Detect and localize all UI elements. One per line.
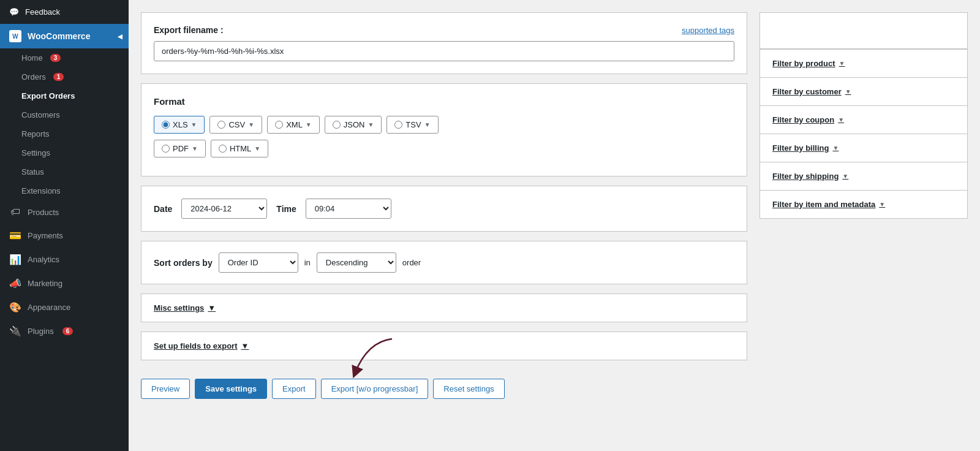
json-arrow-icon: ▼: [368, 121, 374, 128]
export-wo-progressbar-button[interactable]: Export [w/o progressbar]: [321, 379, 429, 399]
datetime-row: Date 2024-06-12 Time 09:04: [154, 199, 734, 219]
sidebar-item-extensions[interactable]: Extensions: [0, 181, 129, 200]
format-btn-csv[interactable]: CSV ▼: [209, 116, 262, 134]
plugins-badge: 6: [62, 327, 74, 335]
filter-shipping-box: Filter by shipping ▼: [760, 162, 968, 191]
format-btn-tsv[interactable]: TSV ▼: [386, 116, 438, 134]
sidebar: 💬 Feedback W WooCommerce ◀ Home 3 Orders…: [0, 0, 129, 451]
export-button[interactable]: Export: [272, 379, 316, 399]
sidebar-item-home[interactable]: Home 3: [0, 48, 129, 67]
setup-fields-arrow-icon: ▼: [241, 341, 249, 351]
filter-billing-box: Filter by billing ▼: [760, 134, 968, 162]
sort-order-select[interactable]: Descending: [317, 252, 396, 273]
filter-billing-arrow-icon: ▼: [832, 145, 839, 151]
extensions-label: Extensions: [21, 186, 61, 195]
format-radio-json[interactable]: [333, 121, 341, 129]
sidebar-item-reports[interactable]: Reports: [0, 124, 129, 143]
tsv-arrow-icon: ▼: [424, 121, 431, 128]
format-btn-json[interactable]: JSON ▼: [325, 116, 382, 134]
filter-customer-box: Filter by customer ▼: [760, 78, 968, 106]
filter-product-label: Filter by product: [772, 59, 835, 68]
supported-tags-link[interactable]: supported tags: [682, 26, 734, 35]
sidebar-item-plugins[interactable]: 🔌 Plugins 6: [0, 319, 129, 343]
reports-label: Reports: [21, 129, 50, 138]
format-btn-xls[interactable]: XLS ▼: [154, 116, 205, 134]
sidebar-item-status[interactable]: Status: [0, 162, 129, 181]
filename-header: Export filename : supported tags: [154, 25, 734, 35]
filter-coupon-arrow-icon: ▼: [838, 116, 844, 123]
sidebar-item-settings[interactable]: Settings: [0, 143, 129, 162]
sidebar-item-feedback[interactable]: 💬 Feedback: [0, 0, 129, 24]
format-card: Format XLS ▼ CSV ▼ XML ▼: [141, 83, 747, 176]
brand-arrow-icon: ◀: [118, 33, 123, 40]
woocommerce-brand[interactable]: W WooCommerce ◀: [0, 24, 129, 48]
sidebar-item-payments[interactable]: 💳 Payments: [0, 224, 129, 248]
filter-product-link[interactable]: Filter by product ▼: [772, 59, 955, 68]
sort-card: Sort orders by Order ID in Descending or…: [141, 241, 747, 284]
sidebar-item-analytics[interactable]: 📊 Analytics: [0, 248, 129, 271]
format-radio-xls[interactable]: [162, 121, 170, 129]
products-icon: 🏷: [9, 207, 21, 218]
filter-item-metadata-box: Filter by item and metadata ▼: [760, 191, 968, 219]
format-options-row2: PDF ▼ HTML ▼: [154, 140, 734, 157]
filter-item-metadata-link[interactable]: Filter by item and metadata ▼: [772, 200, 955, 209]
format-label-json: JSON: [344, 120, 365, 129]
filter-billing-link[interactable]: Filter by billing ▼: [772, 143, 955, 153]
format-btn-pdf[interactable]: PDF ▼: [154, 140, 206, 157]
orders-label: Orders: [21, 72, 46, 81]
left-panel: Export filename : supported tags Format …: [141, 12, 747, 399]
filter-shipping-link[interactable]: Filter by shipping ▼: [772, 172, 955, 181]
filter-product-arrow-icon: ▼: [839, 60, 845, 67]
reset-settings-button[interactable]: Reset settings: [433, 379, 504, 399]
format-radio-html[interactable]: [219, 145, 227, 153]
filter-coupon-box: Filter by coupon ▼: [760, 106, 968, 134]
format-radio-tsv[interactable]: [394, 121, 402, 129]
format-btn-html[interactable]: HTML ▼: [211, 140, 268, 157]
setup-fields-label: Set up fields to export: [154, 341, 238, 351]
sort-in-label: in: [304, 258, 311, 267]
save-settings-button[interactable]: Save settings: [195, 379, 267, 399]
format-label-xml: XML: [286, 120, 303, 129]
filter-billing-label: Filter by billing: [772, 143, 829, 153]
datetime-card: Date 2024-06-12 Time 09:04: [141, 186, 747, 232]
time-select[interactable]: 09:04: [306, 199, 391, 219]
sidebar-item-customers[interactable]: Customers: [0, 105, 129, 124]
xls-arrow-icon: ▼: [191, 121, 197, 128]
woo-logo: W: [9, 30, 21, 42]
filter-item-metadata-arrow-icon: ▼: [879, 201, 885, 208]
setup-fields-link[interactable]: Set up fields to export ▼: [154, 341, 734, 351]
sort-order-suffix: order: [402, 258, 421, 267]
pdf-arrow-icon: ▼: [192, 145, 198, 152]
date-select[interactable]: 2024-06-12: [181, 199, 267, 219]
main-content: Export filename : supported tags Format …: [129, 0, 980, 451]
format-radio-pdf[interactable]: [162, 145, 170, 153]
filter-coupon-link[interactable]: Filter by coupon ▼: [772, 115, 955, 124]
format-radio-csv[interactable]: [217, 121, 225, 129]
time-label: Time: [276, 204, 296, 214]
format-label-csv: CSV: [228, 120, 245, 129]
format-radio-xml[interactable]: [275, 121, 283, 129]
feedback-label: Feedback: [25, 7, 60, 17]
date-label: Date: [154, 204, 172, 214]
plugins-icon: 🔌: [9, 325, 21, 337]
sidebar-item-marketing[interactable]: 📣 Marketing: [0, 271, 129, 295]
sidebar-item-products[interactable]: 🏷 Products: [0, 200, 129, 224]
filter-customer-label: Filter by customer: [772, 87, 842, 96]
sidebar-item-orders[interactable]: Orders 1: [0, 67, 129, 86]
filename-input[interactable]: [154, 41, 734, 61]
format-options: XLS ▼ CSV ▼ XML ▼ JSON: [154, 116, 734, 134]
format-btn-xml[interactable]: XML ▼: [267, 116, 320, 134]
sort-by-select[interactable]: Order ID: [219, 252, 298, 273]
sidebar-item-appearance[interactable]: 🎨 Appearance: [0, 295, 129, 319]
html-arrow-icon: ▼: [254, 145, 260, 152]
analytics-label: Analytics: [28, 255, 59, 264]
preview-button[interactable]: Preview: [141, 379, 190, 399]
sidebar-item-export-orders[interactable]: Export Orders: [0, 86, 129, 105]
format-label-html: HTML: [230, 144, 251, 153]
sort-row: Sort orders by Order ID in Descending or…: [154, 252, 734, 273]
products-label: Products: [28, 208, 59, 217]
home-label: Home: [21, 53, 43, 63]
filter-customer-link[interactable]: Filter by customer ▼: [772, 87, 955, 96]
filter-shipping-label: Filter by shipping: [772, 172, 839, 181]
misc-settings-link[interactable]: Misc settings ▼: [154, 303, 734, 313]
